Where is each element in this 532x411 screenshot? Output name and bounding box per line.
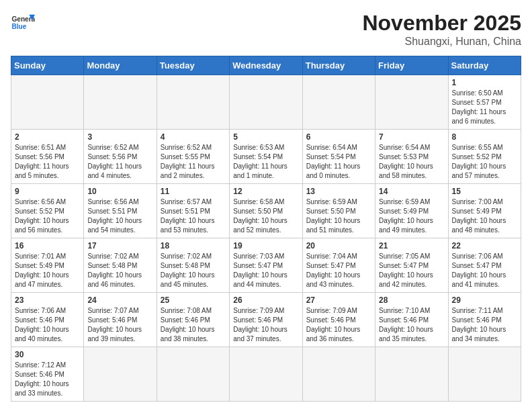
calendar-cell: 21Sunrise: 7:05 AM Sunset: 5:47 PM Dayli… (375, 238, 448, 293)
weekday-header-sunday: Sunday (11, 56, 84, 75)
logo: General Blue (11, 11, 35, 35)
calendar-week-4: 16Sunrise: 7:01 AM Sunset: 5:49 PM Dayli… (11, 238, 521, 293)
day-info: Sunrise: 7:00 AM Sunset: 5:49 PM Dayligh… (452, 197, 517, 235)
day-number: 17 (87, 241, 152, 250)
month-title: November 2025 (362, 11, 521, 36)
day-info: Sunrise: 6:55 AM Sunset: 5:52 PM Dayligh… (452, 143, 517, 181)
calendar-cell: 22Sunrise: 7:06 AM Sunset: 5:47 PM Dayli… (448, 238, 521, 293)
day-number: 4 (161, 132, 226, 142)
day-info: Sunrise: 6:53 AM Sunset: 5:54 PM Dayligh… (233, 143, 298, 181)
day-number: 24 (87, 295, 152, 305)
day-info: Sunrise: 6:59 AM Sunset: 5:50 PM Dayligh… (306, 197, 371, 235)
calendar-cell: 1Sunrise: 6:50 AM Sunset: 5:57 PM Daylig… (448, 75, 521, 130)
calendar-week-5: 23Sunrise: 7:06 AM Sunset: 5:46 PM Dayli… (11, 293, 521, 347)
calendar-cell: 20Sunrise: 7:04 AM Sunset: 5:47 PM Dayli… (302, 238, 375, 293)
calendar-cell: 7Sunrise: 6:54 AM Sunset: 5:53 PM Daylig… (375, 130, 448, 184)
day-number: 26 (233, 295, 298, 305)
weekday-header-friday: Friday (375, 56, 448, 75)
calendar-cell: 12Sunrise: 6:58 AM Sunset: 5:50 PM Dayli… (230, 184, 302, 238)
day-info: Sunrise: 7:12 AM Sunset: 5:46 PM Dayligh… (15, 361, 80, 398)
day-number: 1 (452, 78, 517, 87)
day-info: Sunrise: 6:56 AM Sunset: 5:51 PM Dayligh… (87, 197, 152, 235)
day-number: 14 (379, 187, 444, 196)
day-info: Sunrise: 6:57 AM Sunset: 5:51 PM Dayligh… (161, 197, 226, 235)
weekday-header-thursday: Thursday (302, 56, 375, 75)
calendar-cell: 6Sunrise: 6:54 AM Sunset: 5:54 PM Daylig… (302, 130, 375, 184)
calendar-cell: 19Sunrise: 7:03 AM Sunset: 5:47 PM Dayli… (230, 238, 302, 293)
calendar-cell (448, 347, 521, 402)
calendar-cell (230, 347, 302, 402)
day-number: 7 (379, 132, 444, 142)
weekday-header-wednesday: Wednesday (230, 56, 302, 75)
day-number: 9 (15, 187, 80, 196)
day-info: Sunrise: 6:52 AM Sunset: 5:55 PM Dayligh… (161, 143, 226, 181)
calendar-cell (157, 75, 229, 130)
day-info: Sunrise: 6:52 AM Sunset: 5:56 PM Dayligh… (87, 143, 152, 181)
day-number: 11 (161, 187, 226, 196)
calendar-cell: 24Sunrise: 7:07 AM Sunset: 5:46 PM Dayli… (84, 293, 157, 347)
calendar-cell (84, 75, 157, 130)
calendar-cell: 3Sunrise: 6:52 AM Sunset: 5:56 PM Daylig… (84, 130, 157, 184)
calendar-cell: 11Sunrise: 6:57 AM Sunset: 5:51 PM Dayli… (157, 184, 229, 238)
day-info: Sunrise: 6:50 AM Sunset: 5:57 PM Dayligh… (452, 89, 517, 126)
calendar-cell: 9Sunrise: 6:56 AM Sunset: 5:52 PM Daylig… (11, 184, 84, 238)
calendar-cell: 25Sunrise: 7:08 AM Sunset: 5:46 PM Dayli… (157, 293, 229, 347)
day-number: 22 (452, 241, 517, 250)
day-number: 3 (87, 132, 152, 142)
day-info: Sunrise: 7:02 AM Sunset: 5:48 PM Dayligh… (161, 252, 226, 289)
calendar-cell: 17Sunrise: 7:02 AM Sunset: 5:48 PM Dayli… (84, 238, 157, 293)
calendar-cell: 16Sunrise: 7:01 AM Sunset: 5:49 PM Dayli… (11, 238, 84, 293)
day-info: Sunrise: 6:56 AM Sunset: 5:52 PM Dayligh… (15, 197, 80, 235)
calendar-table: SundayMondayTuesdayWednesdayThursdayFrid… (11, 56, 521, 402)
day-info: Sunrise: 7:07 AM Sunset: 5:46 PM Dayligh… (87, 306, 152, 344)
day-info: Sunrise: 7:05 AM Sunset: 5:47 PM Dayligh… (379, 252, 444, 289)
calendar-cell: 8Sunrise: 6:55 AM Sunset: 5:52 PM Daylig… (448, 130, 521, 184)
calendar-cell: 10Sunrise: 6:56 AM Sunset: 5:51 PM Dayli… (84, 184, 157, 238)
day-number: 2 (15, 132, 80, 142)
day-info: Sunrise: 7:06 AM Sunset: 5:46 PM Dayligh… (15, 306, 80, 344)
svg-text:Blue: Blue (11, 23, 26, 30)
day-info: Sunrise: 7:09 AM Sunset: 5:46 PM Dayligh… (233, 306, 298, 344)
calendar-cell: 27Sunrise: 7:09 AM Sunset: 5:46 PM Dayli… (302, 293, 375, 347)
day-info: Sunrise: 7:03 AM Sunset: 5:47 PM Dayligh… (233, 252, 298, 289)
day-info: Sunrise: 7:08 AM Sunset: 5:46 PM Dayligh… (161, 306, 226, 344)
day-number: 12 (233, 187, 298, 196)
calendar-cell: 23Sunrise: 7:06 AM Sunset: 5:46 PM Dayli… (11, 293, 84, 347)
day-info: Sunrise: 7:02 AM Sunset: 5:48 PM Dayligh… (87, 252, 152, 289)
day-number: 25 (161, 295, 226, 305)
day-number: 30 (15, 350, 80, 359)
calendar-cell (375, 75, 448, 130)
calendar-header-row: SundayMondayTuesdayWednesdayThursdayFrid… (11, 56, 521, 75)
logo-icon: General Blue (11, 11, 35, 35)
calendar-cell: 5Sunrise: 6:53 AM Sunset: 5:54 PM Daylig… (230, 130, 302, 184)
day-number: 23 (15, 295, 80, 305)
calendar-cell (11, 75, 84, 130)
day-number: 10 (87, 187, 152, 196)
day-number: 16 (15, 241, 80, 250)
day-info: Sunrise: 7:10 AM Sunset: 5:46 PM Dayligh… (379, 306, 444, 344)
day-info: Sunrise: 7:09 AM Sunset: 5:46 PM Dayligh… (306, 306, 371, 344)
day-number: 21 (379, 241, 444, 250)
page-header: General Blue November 2025 Shuangxi, Hun… (11, 11, 521, 48)
calendar-cell: 14Sunrise: 6:59 AM Sunset: 5:49 PM Dayli… (375, 184, 448, 238)
calendar-cell (230, 75, 302, 130)
weekday-header-tuesday: Tuesday (157, 56, 229, 75)
day-number: 19 (233, 241, 298, 250)
day-info: Sunrise: 6:54 AM Sunset: 5:54 PM Dayligh… (306, 143, 371, 181)
calendar-week-3: 9Sunrise: 6:56 AM Sunset: 5:52 PM Daylig… (11, 184, 521, 238)
calendar-cell: 29Sunrise: 7:11 AM Sunset: 5:46 PM Dayli… (448, 293, 521, 347)
calendar-cell (302, 347, 375, 402)
day-number: 27 (306, 295, 371, 305)
day-number: 28 (379, 295, 444, 305)
calendar-cell: 13Sunrise: 6:59 AM Sunset: 5:50 PM Dayli… (302, 184, 375, 238)
calendar-cell: 2Sunrise: 6:51 AM Sunset: 5:56 PM Daylig… (11, 130, 84, 184)
day-info: Sunrise: 7:11 AM Sunset: 5:46 PM Dayligh… (452, 306, 517, 344)
calendar-cell: 18Sunrise: 7:02 AM Sunset: 5:48 PM Dayli… (157, 238, 229, 293)
day-number: 18 (161, 241, 226, 250)
calendar-cell (375, 347, 448, 402)
weekday-header-saturday: Saturday (448, 56, 521, 75)
day-number: 8 (452, 132, 517, 142)
weekday-header-monday: Monday (84, 56, 157, 75)
calendar-cell: 4Sunrise: 6:52 AM Sunset: 5:55 PM Daylig… (157, 130, 229, 184)
calendar-cell: 26Sunrise: 7:09 AM Sunset: 5:46 PM Dayli… (230, 293, 302, 347)
